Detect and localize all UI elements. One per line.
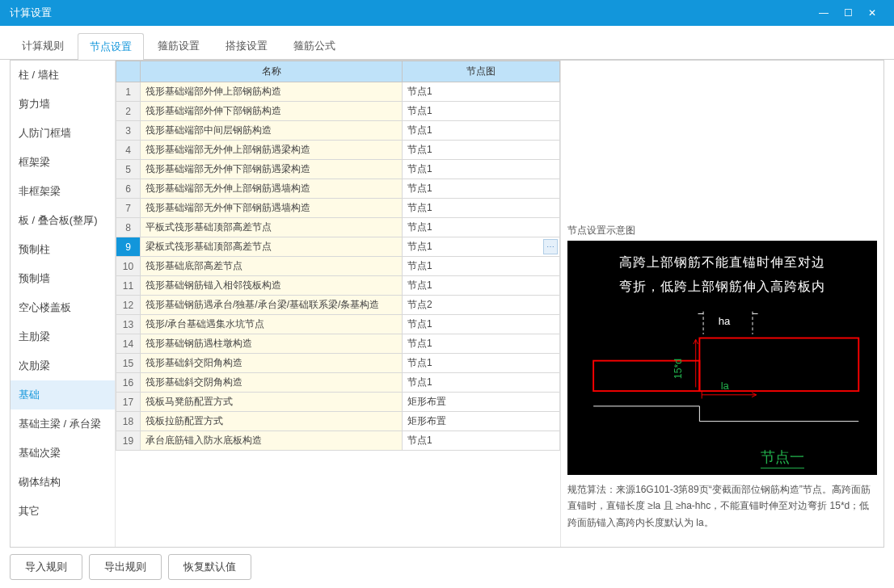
table-row[interactable]: 18筏板拉筋配置方式矩形布置: [116, 412, 560, 431]
row-number: 14: [116, 334, 141, 354]
row-diagram-cell[interactable]: 节点1: [403, 315, 560, 334]
row-number: 16: [116, 373, 141, 393]
tab-4[interactable]: 箍筋公式: [281, 32, 348, 59]
sidebar-item-4[interactable]: 非框架梁: [11, 177, 115, 206]
row-number: 1: [116, 82, 141, 102]
sidebar-item-6[interactable]: 预制柱: [11, 235, 115, 264]
row-diagram-cell[interactable]: 节点1: [403, 199, 560, 218]
sidebar-item-5[interactable]: 板 / 叠合板(整厚): [11, 206, 115, 235]
figure-title: 节点一: [761, 447, 804, 468]
table-row[interactable]: 9梁板式筏形基础顶部高差节点节点1⋯: [116, 237, 560, 257]
row-number: 3: [116, 121, 141, 141]
row-name: 筏形基础端部外伸上部钢筋构造: [141, 82, 403, 102]
row-diagram-cell[interactable]: 节点1: [403, 354, 560, 373]
sidebar-item-12[interactable]: 基础主梁 / 承台梁: [11, 410, 115, 439]
minimize-button[interactable]: —: [812, 0, 836, 26]
sidebar-item-15[interactable]: 其它: [11, 497, 115, 526]
row-diagram-cell[interactable]: 节点1⋯: [403, 237, 560, 257]
preview-figure: 高跨上部钢筋不能直锚时伸至对边 弯折，低跨上部钢筋伸入高跨板内 ha: [567, 241, 877, 475]
row-diagram-cell[interactable]: 节点1: [403, 218, 560, 237]
sidebar-item-9[interactable]: 主肋梁: [11, 322, 115, 351]
col-index-header: [116, 61, 141, 82]
sidebar-item-3[interactable]: 框架梁: [11, 148, 115, 177]
row-number: 17: [116, 393, 141, 412]
row-diagram-cell[interactable]: 节点1: [403, 160, 560, 179]
table-row[interactable]: 1筏形基础端部外伸上部钢筋构造节点1: [116, 82, 560, 102]
tab-3[interactable]: 搭接设置: [213, 32, 280, 59]
figure-text-2: 弯折，低跨上部钢筋伸入高跨板内: [576, 275, 869, 299]
table-row[interactable]: 7筏形基础端部无外伸下部钢筋遇墙构造节点1: [116, 199, 560, 218]
row-diagram-cell[interactable]: 节点1: [403, 179, 560, 199]
sidebar-item-8[interactable]: 空心楼盖板: [11, 293, 115, 322]
row-name: 筏形基础钢筋锚入相邻筏板构造: [141, 276, 403, 296]
row-diagram-cell[interactable]: 节点2: [403, 296, 560, 315]
sidebar-item-11[interactable]: 基础: [11, 380, 115, 410]
preview-header: 节点设置示意图: [567, 222, 877, 241]
row-name: 筏形基础斜交阴角构造: [141, 373, 403, 393]
row-number: 12: [116, 296, 141, 315]
row-diagram-cell[interactable]: 节点1: [403, 82, 560, 102]
tab-1[interactable]: 节点设置: [78, 33, 144, 60]
window-title: 计算设置: [10, 6, 812, 20]
sidebar-item-14[interactable]: 砌体结构: [11, 468, 115, 497]
table-row[interactable]: 8平板式筏形基础顶部高差节点节点1: [116, 218, 560, 237]
table-row[interactable]: 12筏形基础钢筋遇承台/独基/承台梁/基础联系梁/条基构造节点2: [116, 296, 560, 315]
table-row[interactable]: 16筏形基础斜交阴角构造节点1: [116, 373, 560, 393]
table-row[interactable]: 3筏形基础端部中间层钢筋构造节点1: [116, 121, 560, 141]
sidebar-item-7[interactable]: 预制墙: [11, 264, 115, 293]
row-name: 筏形/承台基础遇集水坑节点: [141, 315, 403, 334]
ellipsis-button[interactable]: ⋯: [543, 239, 558, 254]
maximize-button[interactable]: ☐: [836, 0, 860, 26]
svg-text:15*d: 15*d: [673, 359, 684, 379]
table-row[interactable]: 15筏形基础斜交阳角构造节点1: [116, 354, 560, 373]
row-diagram-cell[interactable]: 节点1: [403, 121, 560, 141]
table-row[interactable]: 5筏形基础端部无外伸下部钢筋遇梁构造节点1: [116, 160, 560, 179]
table-row[interactable]: 17筏板马凳筋配置方式矩形布置: [116, 393, 560, 412]
row-diagram-cell[interactable]: 节点1: [403, 102, 560, 121]
row-name: 筏形基础端部中间层钢筋构造: [141, 121, 403, 141]
tab-2[interactable]: 箍筋设置: [145, 32, 212, 59]
row-diagram-cell[interactable]: 节点1: [403, 276, 560, 296]
row-number: 11: [116, 276, 141, 296]
table-row[interactable]: 13筏形/承台基础遇集水坑节点节点1: [116, 315, 560, 334]
svg-text:ha: ha: [719, 314, 731, 326]
sidebar-item-10[interactable]: 次肋梁: [11, 351, 115, 380]
table-row[interactable]: 14筏形基础钢筋遇柱墩构造节点1: [116, 334, 560, 354]
bottom-bar: 导入规则 导出规则 恢复默认值: [0, 554, 894, 588]
row-diagram-cell[interactable]: 矩形布置: [403, 412, 560, 431]
row-diagram-cell[interactable]: 矩形布置: [403, 393, 560, 412]
row-diagram-cell[interactable]: 节点1: [403, 334, 560, 354]
sidebar-item-0[interactable]: 柱 / 墙柱: [11, 61, 115, 90]
sidebar-item-2[interactable]: 人防门框墙: [11, 119, 115, 148]
row-number: 18: [116, 412, 141, 431]
row-name: 筏形基础端部无外伸下部钢筋遇梁构造: [141, 160, 403, 179]
row-diagram-cell[interactable]: 节点1: [403, 257, 560, 276]
sidebar-item-1[interactable]: 剪力墙: [11, 90, 115, 119]
table-row[interactable]: 11筏形基础钢筋锚入相邻筏板构造节点1: [116, 276, 560, 296]
col-name-header: 名称: [141, 61, 403, 82]
sidebar-item-13[interactable]: 基础次梁: [11, 439, 115, 468]
tab-0[interactable]: 计算规则: [10, 32, 76, 59]
row-name: 筏形基础钢筋遇承台/独基/承台梁/基础联系梁/条基构造: [141, 296, 403, 315]
row-diagram-cell[interactable]: 节点1: [403, 141, 560, 160]
table-row[interactable]: 2筏形基础端部外伸下部钢筋构造节点1: [116, 102, 560, 121]
export-button[interactable]: 导出规则: [89, 554, 162, 580]
row-number: 9: [116, 237, 141, 257]
tab-bar: 计算规则节点设置箍筋设置搭接设置箍筋公式: [0, 26, 894, 60]
table-row[interactable]: 4筏形基础端部无外伸上部钢筋遇梁构造节点1: [116, 141, 560, 160]
row-name: 筏形基础斜交阳角构造: [141, 354, 403, 373]
close-button[interactable]: ✕: [860, 0, 884, 26]
table-row[interactable]: 10筏形基础底部高差节点节点1: [116, 257, 560, 276]
row-number: 10: [116, 257, 141, 276]
row-number: 6: [116, 179, 141, 199]
row-diagram-cell[interactable]: 节点1: [403, 431, 560, 451]
table-row[interactable]: 19承台底筋锚入防水底板构造节点1: [116, 431, 560, 451]
row-name: 承台底筋锚入防水底板构造: [141, 431, 403, 451]
table-row[interactable]: 6筏形基础端部无外伸上部钢筋遇墙构造节点1: [116, 179, 560, 199]
row-diagram-cell[interactable]: 节点1: [403, 373, 560, 393]
reset-button[interactable]: 恢复默认值: [168, 554, 251, 580]
import-button[interactable]: 导入规则: [10, 554, 82, 580]
row-name: 筏形基础底部高差节点: [141, 257, 403, 276]
row-number: 13: [116, 315, 141, 334]
row-name: 平板式筏形基础顶部高差节点: [141, 218, 403, 237]
